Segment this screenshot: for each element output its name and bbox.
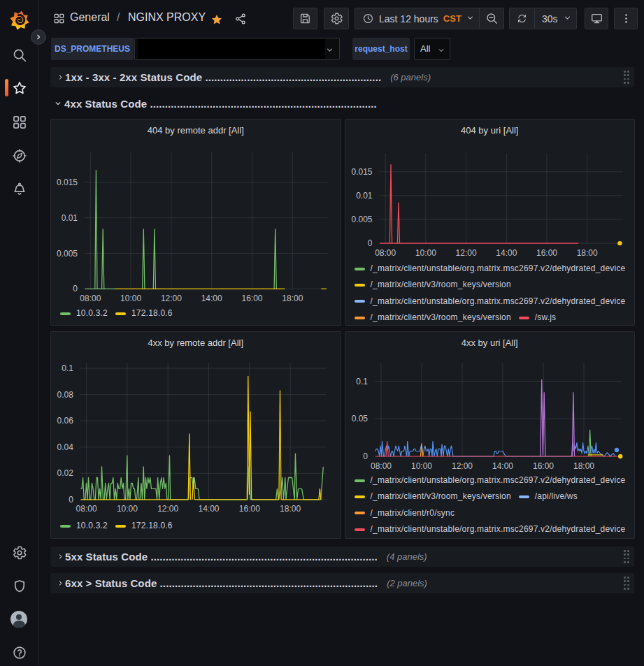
svg-text:18:00: 18:00 bbox=[573, 461, 594, 471]
svg-text:0: 0 bbox=[69, 495, 73, 505]
svg-text:0.015: 0.015 bbox=[57, 178, 78, 187]
svg-text:0.01: 0.01 bbox=[356, 191, 373, 201]
svg-text:0.04: 0.04 bbox=[57, 442, 74, 452]
svg-text:10:00: 10:00 bbox=[117, 504, 138, 514]
svg-text:18:00: 18:00 bbox=[280, 504, 301, 514]
svg-text:10:00: 10:00 bbox=[410, 461, 431, 471]
svg-text:12:00: 12:00 bbox=[451, 461, 472, 471]
svg-text:14:00: 14:00 bbox=[198, 504, 219, 514]
svg-text:14:00: 14:00 bbox=[201, 294, 222, 303]
svg-text:14:00: 14:00 bbox=[492, 461, 513, 471]
svg-text:0.02: 0.02 bbox=[57, 468, 74, 478]
svg-text:12:00: 12:00 bbox=[161, 294, 182, 303]
svg-text:08:00: 08:00 bbox=[375, 248, 396, 258]
svg-text:16:00: 16:00 bbox=[536, 248, 557, 258]
svg-text:08:00: 08:00 bbox=[80, 294, 101, 303]
svg-text:0: 0 bbox=[73, 284, 78, 294]
svg-text:12:00: 12:00 bbox=[157, 504, 178, 514]
svg-text:0.05: 0.05 bbox=[351, 414, 368, 424]
svg-text:0.1: 0.1 bbox=[62, 363, 73, 373]
svg-text:10:00: 10:00 bbox=[415, 248, 436, 258]
svg-text:0: 0 bbox=[367, 238, 372, 248]
svg-text:0.06: 0.06 bbox=[57, 416, 74, 426]
svg-text:18:00: 18:00 bbox=[576, 248, 597, 258]
svg-text:18:00: 18:00 bbox=[282, 294, 303, 303]
svg-text:08:00: 08:00 bbox=[76, 504, 97, 514]
svg-text:16:00: 16:00 bbox=[532, 461, 553, 471]
svg-text:14:00: 14:00 bbox=[496, 248, 517, 258]
svg-text:16:00: 16:00 bbox=[241, 294, 262, 303]
svg-text:0: 0 bbox=[363, 451, 368, 461]
svg-text:16:00: 16:00 bbox=[239, 504, 260, 514]
svg-text:0.005: 0.005 bbox=[351, 215, 372, 224]
svg-text:0.005: 0.005 bbox=[57, 249, 78, 259]
svg-text:0.015: 0.015 bbox=[351, 167, 372, 177]
svg-text:0.1: 0.1 bbox=[356, 377, 368, 386]
svg-text:10:00: 10:00 bbox=[120, 294, 141, 303]
svg-text:12:00: 12:00 bbox=[455, 248, 476, 258]
svg-text:08:00: 08:00 bbox=[370, 461, 391, 471]
svg-text:0.01: 0.01 bbox=[62, 213, 78, 223]
svg-text:0.08: 0.08 bbox=[57, 390, 74, 400]
